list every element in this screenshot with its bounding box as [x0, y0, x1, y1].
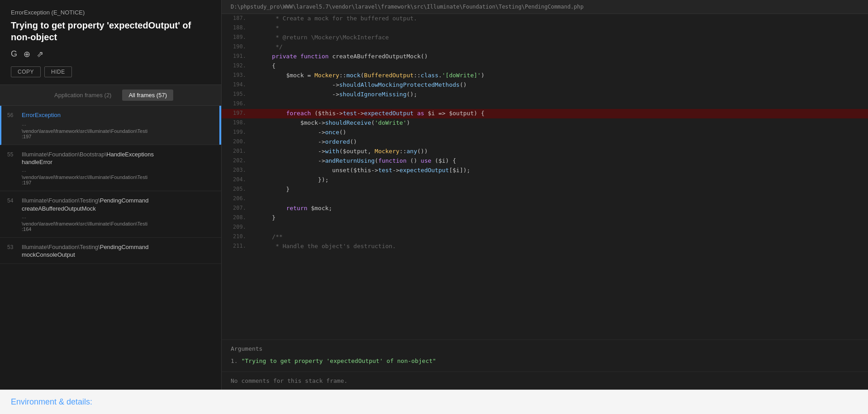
frame-item[interactable]: 54 Illuminate\Foundation\Testing\Pending…	[0, 191, 221, 237]
copy-button[interactable]: COPY	[11, 66, 41, 77]
frame-item[interactable]: 55 Illuminate\Foundation\Bootstrap\Handl…	[0, 145, 221, 191]
code-line: 207. return $mock;	[222, 204, 868, 213]
argument-index: 1.	[231, 358, 238, 364]
frame-ellipsis: ...	[22, 213, 214, 220]
all-frames-tab[interactable]: All frames (57)	[122, 89, 173, 101]
frame-item[interactable]: 56 ErrorException ... \vendor\laravel\fr…	[0, 106, 221, 145]
active-bar	[219, 106, 221, 145]
code-line: 196.	[222, 99, 868, 109]
line-number: 191.	[222, 52, 253, 61]
line-code: ->andReturnUsing(function () use ($i) {	[253, 156, 868, 166]
frame-content: Illuminate\Foundation\Testing\PendingCom…	[22, 197, 214, 231]
line-number: 187.	[222, 14, 253, 24]
line-code: ->shouldIgnoreMissing();	[253, 90, 868, 99]
line-code: private function createABufferedOutputMo…	[253, 52, 868, 61]
code-line: 190. */	[222, 42, 868, 52]
line-number: 198.	[222, 118, 253, 128]
frame-path: \vendor\laravel\framework\src\Illuminate…	[22, 221, 194, 226]
code-line: 208. }	[222, 213, 868, 223]
error-message: Trying to get property 'expectedOutput' …	[11, 19, 210, 43]
code-line: 204. });	[222, 175, 868, 185]
error-header: ErrorException (E_NOTICE) Trying to get …	[0, 0, 221, 85]
right-panel: D:\phpstudy_pro\WWW\laravel5.7\vendor\la…	[222, 0, 868, 390]
code-line: 187. * Create a mock for the buffered ou…	[222, 14, 868, 24]
line-code: $mock->shouldReceive('doWrite')	[253, 118, 868, 128]
line-number: 210.	[222, 232, 253, 242]
line-number: 194.	[222, 80, 253, 90]
frame-ellipsis: ...	[22, 121, 214, 127]
google-icon[interactable]: G	[11, 49, 17, 59]
line-number: 190.	[222, 42, 253, 52]
line-code: {	[253, 61, 868, 71]
frame-class: Illuminate\Foundation\Testing\PendingCom…	[22, 197, 214, 205]
error-icons: G ⊕ ⇗	[11, 49, 210, 59]
frame-content: Illuminate\Foundation\Bootstrap\HandleEx…	[22, 151, 214, 185]
code-line: 195. ->shouldIgnoreMissing();	[222, 90, 868, 99]
line-code	[253, 194, 868, 204]
line-number: 196.	[222, 99, 253, 109]
code-area[interactable]: 187. * Create a mock for the buffered ou…	[222, 14, 868, 339]
code-line: 198. $mock->shouldReceive('doWrite')	[222, 118, 868, 128]
hide-button[interactable]: HIDE	[44, 66, 72, 77]
code-line: 200. ->ordered()	[222, 137, 868, 147]
line-code	[253, 99, 868, 109]
line-code: */	[253, 42, 868, 52]
line-code: ->shouldAllowMockingProtectedMethods()	[253, 80, 868, 90]
no-comments: No comments for this stack frame.	[222, 372, 868, 390]
line-code: ->once()	[253, 128, 868, 137]
frame-number: 56	[7, 111, 16, 139]
line-code: * Handle the object's destruction.	[253, 242, 868, 251]
line-number: 189.	[222, 33, 253, 42]
share-icon[interactable]: ⇗	[37, 49, 43, 59]
line-number: 195.	[222, 90, 253, 99]
line-code: unset($this->test->expectedOutput[$i]);	[253, 166, 868, 175]
line-number: 205.	[222, 185, 253, 194]
frame-number: 55	[7, 151, 16, 185]
code-line: 202. ->andReturnUsing(function () use ($…	[222, 156, 868, 166]
error-type-name: ErrorException	[11, 9, 50, 16]
code-line: 188. *	[222, 24, 868, 33]
line-number: 192.	[222, 61, 253, 71]
frame-method: handleError	[22, 159, 214, 165]
arguments-section: Arguments 1."Trying to get property 'exp…	[222, 339, 868, 372]
frame-path: \vendor\laravel\framework\src\Illuminate…	[22, 174, 194, 180]
line-number: 208.	[222, 213, 253, 223]
line-number: 200.	[222, 137, 253, 147]
argument-item: 1."Trying to get property 'expectedOutpu…	[231, 356, 859, 366]
line-code: * Create a mock for the buffered output.	[253, 14, 868, 24]
line-code: $mock = Mockery::mock(BufferedOutput::cl…	[253, 71, 868, 80]
code-line: 206.	[222, 194, 868, 204]
stackoverflow-icon[interactable]: ⊕	[24, 49, 30, 59]
argument-value: "Trying to get property 'expectedOutput'…	[242, 358, 436, 364]
code-line: 209.	[222, 223, 868, 232]
frame-number: 53	[7, 243, 16, 258]
file-path: D:\phpstudy_pro\WWW\laravel5.7\vendor\la…	[222, 0, 868, 14]
line-code: }	[253, 213, 868, 223]
line-number: 197.	[222, 109, 253, 118]
line-code: return $mock;	[253, 204, 868, 213]
code-line: 201. ->with($output, Mockery::any())	[222, 147, 868, 156]
code-line: 194. ->shouldAllowMockingProtectedMethod…	[222, 80, 868, 90]
arguments-list: 1."Trying to get property 'expectedOutpu…	[231, 356, 859, 366]
line-code: });	[253, 175, 868, 185]
line-number: 207.	[222, 204, 253, 213]
line-code: *	[253, 24, 868, 33]
code-line: 211. * Handle the object's destruction.	[222, 242, 868, 251]
line-number: 201.	[222, 147, 253, 156]
left-panel: ErrorException (E_NOTICE) Trying to get …	[0, 0, 222, 390]
frame-class: Illuminate\Foundation\Bootstrap\HandleEx…	[22, 151, 214, 159]
line-number: 199.	[222, 128, 253, 137]
code-line: 197. foreach ($this->test->expectedOutpu…	[222, 109, 868, 118]
code-line: 192. {	[222, 61, 868, 71]
line-number: 204.	[222, 175, 253, 185]
app-frames-tab[interactable]: Application frames (2)	[48, 89, 118, 101]
frame-class: Illuminate\Foundation\Testing\PendingCom…	[22, 243, 214, 251]
frame-path: \vendor\laravel\framework\src\Illuminate…	[22, 128, 194, 134]
line-number: 206.	[222, 194, 253, 204]
line-code: /**	[253, 232, 868, 242]
line-code: }	[253, 185, 868, 194]
line-code: ->with($output, Mockery::any())	[253, 147, 868, 156]
frame-ellipsis: ...	[22, 167, 214, 173]
frames-tabs: Application frames (2) All frames (57)	[0, 85, 221, 106]
frame-item[interactable]: 53 Illuminate\Foundation\Testing\Pending…	[0, 238, 221, 264]
